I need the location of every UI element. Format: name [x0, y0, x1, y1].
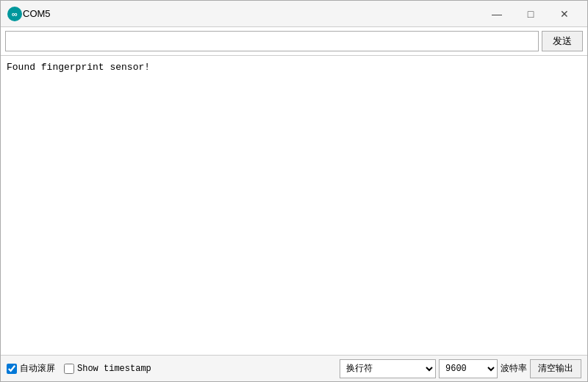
timestamp-label: Show timestamp	[77, 364, 151, 374]
main-window: ∞ COM5 — □ ✕ 发送 Found fingerprint sensor…	[0, 0, 588, 382]
statusbar: 自动滚屏 Show timestamp 换行符 No line ending 回…	[1, 355, 587, 381]
close-button[interactable]: ✕	[548, 3, 581, 25]
console-output: Found fingerprint sensor!	[1, 56, 587, 355]
window-controls: — □ ✕	[480, 3, 581, 25]
auto-scroll-checkbox-container[interactable]: 自动滚屏	[7, 362, 55, 375]
baud-rate-label: 波特率	[501, 362, 527, 375]
svg-text:∞: ∞	[12, 10, 18, 18]
auto-scroll-label: 自动滚屏	[20, 362, 55, 375]
arduino-icon: ∞	[7, 6, 23, 22]
clear-button[interactable]: 清空输出	[530, 359, 581, 378]
timestamp-checkbox-container[interactable]: Show timestamp	[64, 364, 151, 374]
right-controls: 换行符 No line ending 回车符 Both NL & CR 300 …	[340, 359, 581, 378]
timestamp-checkbox[interactable]	[64, 364, 74, 374]
input-toolbar: 发送	[1, 27, 587, 56]
maximize-button[interactable]: □	[514, 3, 548, 25]
console-line: Found fingerprint sensor!	[7, 60, 581, 75]
auto-scroll-checkbox[interactable]	[7, 364, 17, 374]
titlebar: ∞ COM5 — □ ✕	[1, 1, 587, 27]
minimize-button[interactable]: —	[480, 3, 514, 25]
baud-rate-select[interactable]: 300 1200 2400 4800 9600 19200 38400 5760…	[439, 359, 498, 378]
line-ending-select[interactable]: 换行符 No line ending 回车符 Both NL & CR	[340, 359, 436, 378]
send-button[interactable]: 发送	[542, 31, 583, 51]
window-title: COM5	[23, 8, 480, 19]
serial-input[interactable]	[5, 31, 539, 51]
